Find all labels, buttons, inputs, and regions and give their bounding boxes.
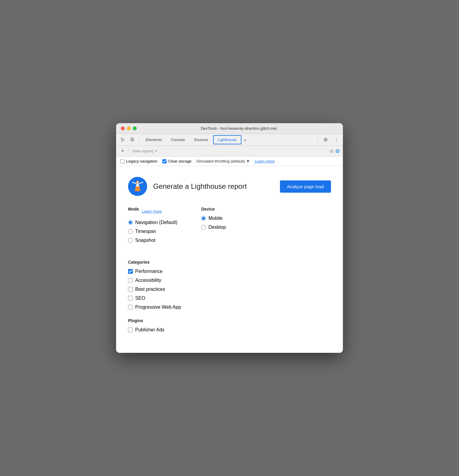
- devtools-tab-bar: Elements Console Sources Lighthouse » ⚙ …: [116, 134, 343, 146]
- mode-radio-group: Navigation (Default) Timespan Snapshot: [128, 220, 177, 243]
- best-practices-checkbox[interactable]: [128, 287, 133, 292]
- devtools-right-controls: ⚙ ⋮: [316, 136, 341, 144]
- title-bar: DevTools - foul-heavenly-direction.glitc…: [116, 123, 343, 134]
- performance-label: Performance: [135, 269, 163, 274]
- dropdown-arrow-icon: ▼: [155, 149, 158, 153]
- throttle-label: Simulated throttling (default): [196, 159, 245, 163]
- legacy-navigation-label: Legacy navigation: [126, 159, 158, 163]
- more-tabs-button[interactable]: »: [242, 136, 248, 143]
- tab-console[interactable]: Console: [167, 136, 189, 144]
- category-best-practices[interactable]: Best practices: [128, 287, 331, 292]
- best-practices-label: Best practices: [135, 287, 165, 292]
- tab-bar-separator: [139, 137, 139, 143]
- accessibility-checkbox[interactable]: [128, 278, 133, 283]
- page-title: Generate a Lighthouse report: [153, 182, 247, 191]
- legacy-navigation-option[interactable]: Legacy navigation: [120, 159, 158, 163]
- accessibility-label: Accessibility: [135, 278, 161, 283]
- report-bar: + (new report) ▼ ⊘ ⚙: [116, 146, 343, 157]
- pwa-checkbox[interactable]: [128, 305, 133, 310]
- legacy-navigation-checkbox[interactable]: [120, 159, 124, 163]
- learn-more-link[interactable]: Learn more: [255, 159, 274, 163]
- lighthouse-logo: [128, 177, 147, 196]
- throttle-dropdown[interactable]: Simulated throttling (default) ▼: [196, 159, 250, 163]
- clear-storage-option[interactable]: Clear storage: [162, 159, 192, 163]
- pwa-label: Progressive Web App: [135, 305, 181, 310]
- device-desktop-option[interactable]: Desktop: [201, 225, 226, 230]
- mode-timespan-label: Timespan: [135, 229, 156, 234]
- category-pwa[interactable]: Progressive Web App: [128, 305, 331, 310]
- close-button[interactable]: [121, 126, 125, 130]
- mode-timespan-option[interactable]: Timespan: [128, 229, 177, 234]
- mode-timespan-radio[interactable]: [128, 229, 133, 234]
- seo-checkbox[interactable]: [128, 296, 133, 301]
- analyze-page-load-button[interactable]: Analyze page load: [280, 180, 331, 193]
- mobile-toggle-button[interactable]: [128, 136, 136, 144]
- header-row: Generate a Lighthouse report Analyze pag…: [128, 177, 331, 196]
- plugins-section: Plugins Publisher Ads: [128, 318, 331, 333]
- clear-storage-label: Clear storage: [168, 159, 192, 163]
- throttle-arrow-icon: ▼: [246, 159, 250, 163]
- cursor-icon-button[interactable]: [118, 136, 127, 144]
- report-placeholder: (new report): [133, 149, 153, 153]
- publisher-ads-checkbox[interactable]: [128, 327, 133, 332]
- mode-section-header: Mode Learn more: [128, 207, 177, 216]
- mode-snapshot-radio[interactable]: [128, 238, 133, 243]
- tab-list: Elements Console Sources Lighthouse »: [141, 135, 315, 144]
- mode-title: Mode: [128, 207, 139, 211]
- right-separator: [318, 137, 318, 143]
- tab-sources[interactable]: Sources: [190, 136, 212, 144]
- more-options-icon[interactable]: ⋮: [332, 136, 341, 144]
- report-dropdown[interactable]: (new report) ▼: [133, 149, 328, 153]
- minimize-button[interactable]: [127, 126, 131, 130]
- device-mobile-option[interactable]: Mobile: [201, 216, 226, 221]
- mode-snapshot-label: Snapshot: [135, 238, 155, 243]
- report-settings-icon[interactable]: ⚙: [335, 148, 340, 154]
- clear-storage-checkbox[interactable]: [162, 159, 167, 163]
- mode-learn-more-link[interactable]: Learn more: [142, 209, 162, 214]
- plugin-publisher-ads[interactable]: Publisher Ads: [128, 327, 331, 333]
- category-seo[interactable]: SEO: [128, 296, 331, 301]
- category-performance[interactable]: Performance: [128, 269, 331, 274]
- seo-label: SEO: [135, 296, 145, 301]
- device-section: Device Mobile Desktop: [201, 207, 226, 243]
- device-radio-group: Mobile Desktop: [201, 216, 226, 230]
- settings-icon[interactable]: ⚙: [321, 136, 330, 144]
- main-content: Generate a Lighthouse report Analyze pag…: [116, 166, 343, 353]
- category-accessibility[interactable]: Accessibility: [128, 278, 331, 283]
- categories-section: Categories Performance Accessibility Bes…: [128, 260, 331, 310]
- options-bar: Legacy navigation Clear storage Simulate…: [116, 157, 343, 166]
- tab-elements[interactable]: Elements: [141, 136, 166, 144]
- plugins-group: Publisher Ads: [128, 327, 331, 333]
- devtools-window: DevTools - foul-heavenly-direction.glitc…: [116, 123, 343, 353]
- device-title: Device: [201, 207, 226, 211]
- device-mobile-label: Mobile: [208, 216, 222, 221]
- mode-navigation-label: Navigation (Default): [135, 220, 177, 225]
- categories-title: Categories: [128, 260, 331, 265]
- mode-device-row: Mode Learn more Navigation (Default) Tim…: [128, 207, 331, 251]
- add-report-button[interactable]: +: [119, 148, 126, 155]
- categories-group: Performance Accessibility Best practices…: [128, 269, 331, 310]
- cancel-report-icon[interactable]: ⊘: [329, 148, 333, 154]
- report-bar-right: ⚙: [335, 148, 340, 154]
- mode-navigation-option[interactable]: Navigation (Default): [128, 220, 177, 225]
- svg-rect-3: [136, 185, 139, 186]
- header-left: Generate a Lighthouse report: [128, 177, 247, 196]
- device-desktop-label: Desktop: [208, 225, 226, 230]
- maximize-button[interactable]: [133, 126, 137, 130]
- plugins-title: Plugins: [128, 318, 331, 323]
- window-title: DevTools - foul-heavenly-direction.glitc…: [140, 126, 338, 131]
- traffic-lights: [121, 126, 137, 130]
- mode-navigation-radio[interactable]: [128, 220, 133, 225]
- tab-lighthouse[interactable]: Lighthouse: [213, 135, 242, 144]
- mode-section: Mode Learn more Navigation (Default) Tim…: [128, 207, 177, 243]
- performance-checkbox[interactable]: [128, 269, 133, 274]
- device-desktop-radio[interactable]: [201, 225, 206, 230]
- mode-snapshot-option[interactable]: Snapshot: [128, 238, 177, 243]
- publisher-ads-label: Publisher Ads: [135, 327, 164, 333]
- report-bar-separator: [129, 148, 130, 154]
- device-mobile-radio[interactable]: [201, 216, 206, 221]
